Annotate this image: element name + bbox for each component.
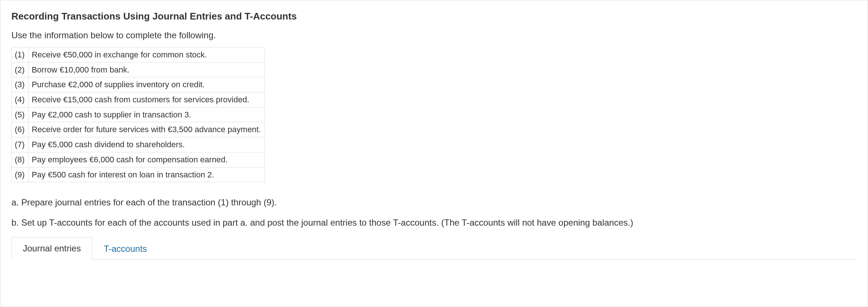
transactions-table: (1) Receive €50,000 in exchange for comm… — [11, 47, 265, 182]
tx-number: (6) — [12, 122, 29, 137]
tx-description: Purchase €2,000 of supplies inventory on… — [28, 77, 265, 92]
table-row: (6) Receive order for future services wi… — [12, 122, 265, 137]
tx-number: (3) — [12, 77, 29, 92]
tx-description: Receive order for future services with €… — [28, 122, 265, 137]
instruction-a: a. Prepare journal entries for each of t… — [11, 196, 857, 209]
tx-description: Pay employees €6,000 cash for compensati… — [28, 152, 265, 167]
table-row: (7) Pay €5,000 cash dividend to sharehol… — [12, 137, 265, 152]
tx-description: Pay €5,000 cash dividend to shareholders… — [28, 137, 265, 152]
table-row: (3) Purchase €2,000 of supplies inventor… — [12, 77, 265, 92]
tx-description: Borrow €10,000 from bank. — [28, 62, 265, 77]
table-row: (8) Pay employees €6,000 cash for compen… — [12, 152, 265, 167]
tx-number: (1) — [12, 47, 29, 63]
tx-number: (5) — [12, 107, 29, 122]
table-row: (4) Receive €15,000 cash from customers … — [12, 92, 265, 107]
table-row: (9) Pay €500 cash for interest on loan i… — [12, 167, 265, 182]
intro-text: Use the information below to complete th… — [11, 30, 857, 40]
question-title: Recording Transactions Using Journal Ent… — [11, 11, 857, 22]
tx-description: Pay €500 cash for interest on loan in tr… — [28, 167, 265, 182]
table-row: (5) Pay €2,000 cash to supplier in trans… — [12, 107, 265, 122]
table-row: (1) Receive €50,000 in exchange for comm… — [12, 47, 265, 63]
tx-description: Receive €15,000 cash from customers for … — [28, 92, 265, 107]
tx-description: Pay €2,000 cash to supplier in transacti… — [28, 107, 265, 122]
tx-number: (4) — [12, 92, 29, 107]
table-row: (2) Borrow €10,000 from bank. — [12, 62, 265, 77]
tab-bar: Journal entries T-accounts — [11, 237, 857, 260]
tx-number: (8) — [12, 152, 29, 167]
tx-number: (2) — [12, 62, 29, 77]
instruction-b: b. Set up T-accounts for each of the acc… — [11, 216, 857, 229]
question-container: Recording Transactions Using Journal Ent… — [0, 0, 868, 307]
tab-t-accounts[interactable]: T-accounts — [92, 237, 158, 260]
tab-journal-entries[interactable]: Journal entries — [11, 237, 92, 260]
tx-number: (9) — [12, 167, 29, 182]
tx-description: Receive €50,000 in exchange for common s… — [28, 47, 265, 63]
tx-number: (7) — [12, 137, 29, 152]
